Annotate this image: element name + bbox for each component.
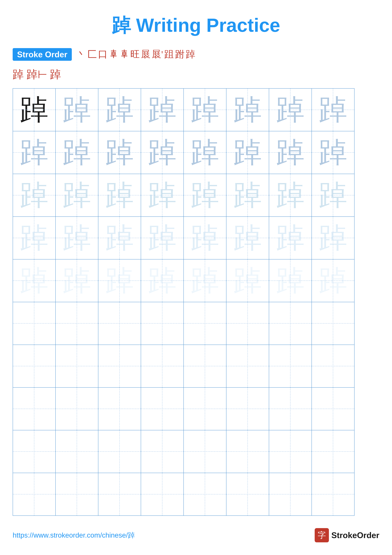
grid-cell (226, 302, 269, 345)
grid-cell (312, 345, 354, 387)
grid-cell: 踔 (269, 174, 312, 217)
grid-cell: 踔 (141, 259, 184, 302)
stroke-char-4: 𠦝 (109, 49, 118, 60)
practice-char: 踔 (20, 179, 48, 211)
stroke-char-10: 跗 (175, 48, 185, 61)
practice-char: 踔 (105, 94, 134, 125)
stroke-char-8: 㞡' (152, 48, 163, 61)
grid-row-6 (13, 302, 354, 345)
grid-cell: 踔 (141, 88, 184, 131)
stroke-char-2: ⼕ (87, 48, 97, 61)
stroke-char-12: 踔 (13, 68, 27, 80)
grid-cell (98, 387, 141, 430)
grid-cell: 踔 (312, 88, 354, 131)
grid-cell (141, 473, 184, 516)
grid-cell: 踔 (184, 131, 226, 174)
grid-cell (184, 473, 226, 516)
practice-char: 踔 (276, 137, 305, 168)
stroke-char-14: 踔 (50, 68, 61, 80)
stroke-char-5: 𠦝 (120, 49, 129, 60)
grid-cell (13, 387, 56, 430)
practice-char: 踔 (191, 265, 219, 296)
grid-row-1: 踔 踔 踔 踔 踔 踔 踔 踔 (13, 88, 354, 131)
grid-cell: 踔 (184, 88, 226, 131)
grid-row-8 (13, 387, 354, 430)
grid-cell: 踔 (269, 131, 312, 174)
grid-cell: 踔 (226, 217, 269, 259)
grid-cell: 踔 (13, 259, 56, 302)
grid-cell (312, 473, 354, 516)
stroke-char-9: 跙 (164, 48, 174, 61)
grid-cell (184, 430, 226, 473)
practice-char: 踔 (319, 137, 347, 168)
practice-char: 踔 (276, 222, 305, 254)
grid-cell: 踔 (98, 259, 141, 302)
stroke-char-13: 踔⊢ (27, 68, 50, 80)
grid-cell (56, 387, 98, 430)
writing-grid: 踔 踔 踔 踔 踔 踔 踔 踔 踔 踔 踔 踔 踔 踔 踔 踔 踔 踔 踔 踔 … (13, 88, 355, 516)
practice-char: 踔 (191, 222, 219, 254)
practice-char: 踔 (319, 179, 347, 211)
practice-char: 踔 (63, 179, 91, 211)
grid-cell (269, 430, 312, 473)
grid-cell (312, 387, 354, 430)
practice-char: 踔 (319, 265, 347, 296)
stroke-order-chars: ⼂ ⼕ 口 𠦝 𠦝 旺 㞡 㞡' 跙 跗 踔 (77, 48, 195, 61)
logo-icon: 字 (315, 528, 329, 542)
grid-row-5: 踔 踔 踔 踔 踔 踔 踔 踔 (13, 259, 354, 302)
practice-char: 踔 (105, 137, 134, 168)
grid-cell (13, 345, 56, 387)
stroke-char-3: 口 (98, 48, 107, 61)
grid-cell (141, 387, 184, 430)
practice-char: 踔 (148, 179, 177, 211)
practice-char: 踔 (233, 179, 262, 211)
stroke-char-6: 旺 (130, 48, 140, 61)
grid-cell (13, 302, 56, 345)
footer-url[interactable]: https://www.strokeorder.com/chinese/踔 (13, 531, 135, 540)
grid-cell: 踔 (312, 131, 354, 174)
grid-cell: 踔 (98, 217, 141, 259)
grid-cell: 踔 (269, 217, 312, 259)
practice-char: 踔 (20, 265, 48, 296)
practice-char: 踔 (319, 222, 347, 254)
stroke-char-11: 踔 (186, 48, 195, 61)
practice-char: 踔 (20, 137, 48, 168)
grid-cell: 踔 (141, 217, 184, 259)
practice-char: 踔 (105, 179, 134, 211)
grid-row-10 (13, 473, 354, 516)
grid-cell (226, 430, 269, 473)
practice-char: 踔 (20, 94, 48, 125)
practice-char: 踔 (148, 137, 177, 168)
practice-char: 踔 (148, 222, 177, 254)
grid-cell: 踔 (184, 174, 226, 217)
grid-cell: 踔 (56, 259, 98, 302)
practice-char: 踔 (63, 137, 91, 168)
stroke-char-7: 㞡 (141, 48, 150, 61)
grid-cell: 踔 (56, 217, 98, 259)
practice-char: 踔 (148, 265, 177, 296)
grid-cell (184, 387, 226, 430)
grid-cell: 踔 (226, 131, 269, 174)
grid-cell: 踔 (184, 217, 226, 259)
grid-cell (98, 302, 141, 345)
practice-char: 踔 (276, 179, 305, 211)
practice-char: 踔 (63, 94, 91, 125)
grid-cell (56, 430, 98, 473)
grid-cell (226, 387, 269, 430)
grid-cell (269, 345, 312, 387)
grid-cell: 踔 (13, 174, 56, 217)
grid-cell: 踔 (226, 88, 269, 131)
practice-char: 踔 (233, 265, 262, 296)
practice-char: 踔 (148, 94, 177, 125)
grid-cell (184, 302, 226, 345)
practice-char: 踔 (191, 179, 219, 211)
grid-row-9 (13, 430, 354, 473)
grid-cell (226, 345, 269, 387)
practice-char: 踔 (233, 222, 262, 254)
grid-cell (312, 302, 354, 345)
practice-char: 踔 (20, 222, 48, 254)
grid-cell (184, 345, 226, 387)
grid-cell: 踔 (56, 174, 98, 217)
page-title: 踔 Writing Practice (0, 0, 392, 48)
grid-cell: 踔 (13, 217, 56, 259)
